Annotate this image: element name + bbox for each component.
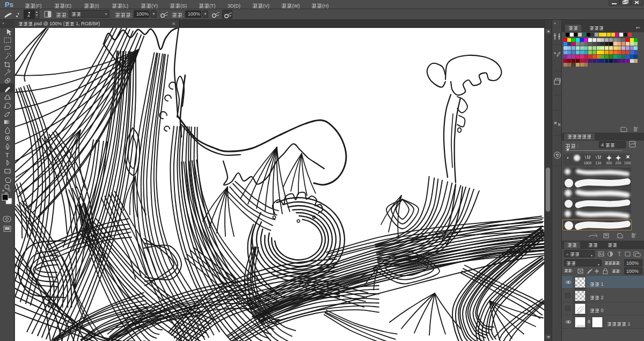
svg-text:»: » bbox=[2, 21, 4, 25]
svg-text:1800: 1800 bbox=[584, 161, 592, 165]
svg-text:T: T bbox=[5, 152, 9, 158]
svg-text:134: 134 bbox=[596, 161, 602, 165]
svg-text:900: 900 bbox=[606, 161, 612, 165]
svg-text:1000: 1000 bbox=[624, 161, 631, 165]
svg-text:200: 200 bbox=[616, 161, 621, 165]
svg-text:T: T bbox=[618, 251, 621, 257]
